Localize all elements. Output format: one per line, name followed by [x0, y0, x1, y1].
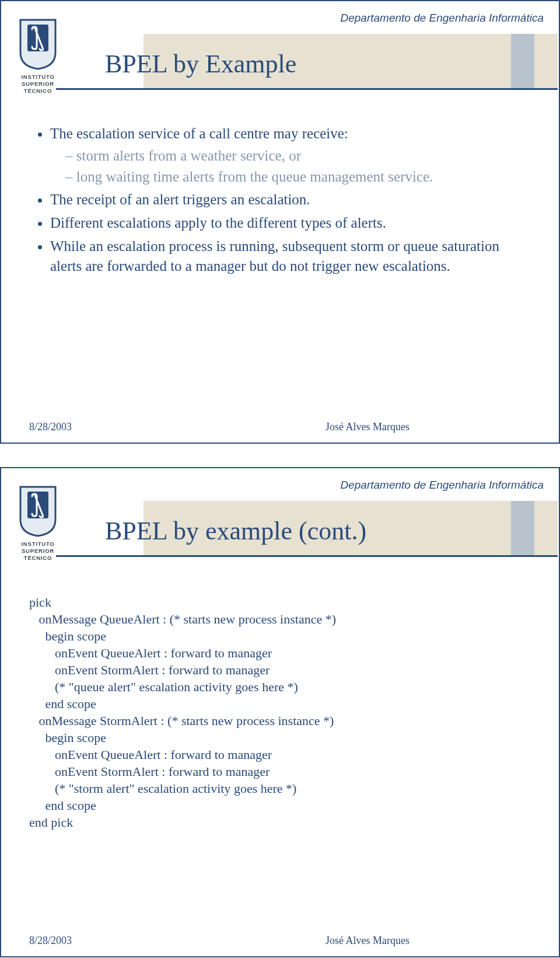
logo-line-1: INSTITUTO: [21, 541, 54, 547]
footer-author: José Alves Marques: [204, 935, 531, 947]
footer-date: 8/28/2003: [29, 421, 204, 433]
bullet-item: Different escalations apply to the diffe…: [50, 213, 524, 233]
sub-bullet-item: long waiting time alerts from the queue …: [65, 167, 524, 187]
department-label: Departamento de Engenharia Informática: [340, 12, 544, 25]
bullet-item: The receipt of an alert triggers an esca…: [50, 190, 524, 210]
slide-title-bar: BPEL by Example: [89, 42, 296, 85]
slide-2: Departamento de Engenharia Informática I…: [0, 467, 560, 957]
logo-caption: INSTITUTO SUPERIOR TÉCNICO: [12, 74, 64, 95]
slide-2-footer: 8/28/2003 José Alves Marques: [29, 935, 531, 947]
slide-2-code: pick onMessage QueueAlert : (* starts ne…: [29, 594, 524, 831]
logo-line-3: TÉCNICO: [24, 88, 52, 94]
ist-shield-icon: [19, 19, 57, 70]
slide-title: BPEL by Example: [89, 49, 296, 79]
footer-author: José Alves Marques: [204, 421, 531, 433]
slide-1-footer: 8/28/2003 José Alves Marques: [29, 421, 531, 433]
ist-shield-icon: [19, 486, 57, 537]
footer-date: 8/28/2003: [29, 935, 204, 947]
slide-1: Departamento de Engenharia Informática I…: [0, 0, 560, 444]
logo-line-2: SUPERIOR: [22, 548, 54, 554]
institution-logo: INSTITUTO SUPERIOR TÉCNICO: [12, 486, 64, 562]
bullet-item: While an escalation process is running, …: [50, 236, 524, 276]
logo-line-3: TÉCNICO: [24, 555, 52, 561]
department-label: Departamento de Engenharia Informática: [340, 479, 544, 492]
bullet-item: The escalation service of a call centre …: [50, 124, 524, 186]
logo-caption: INSTITUTO SUPERIOR TÉCNICO: [12, 541, 64, 562]
logo-line-2: SUPERIOR: [22, 81, 54, 87]
institution-logo: INSTITUTO SUPERIOR TÉCNICO: [12, 19, 64, 95]
slide-title: BPEL by example (cont.): [89, 516, 366, 546]
slide-title-bar: BPEL by example (cont.): [89, 509, 366, 552]
logo-line-1: INSTITUTO: [21, 74, 54, 80]
slide-1-content: The escalation service of a call centre …: [36, 124, 524, 279]
sub-bullet-item: storm alerts from a weather service, or: [65, 146, 524, 166]
